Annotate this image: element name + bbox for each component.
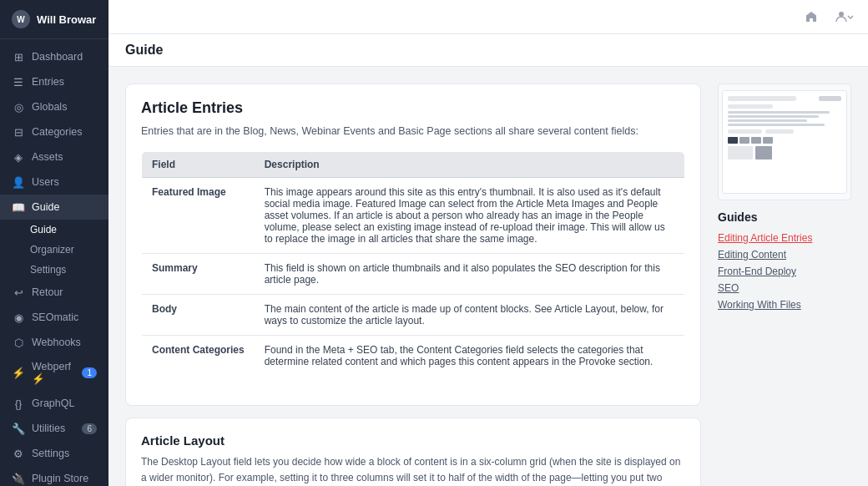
guide-link-working-with-files[interactable]: Working With Files (718, 299, 851, 311)
preview-image (718, 84, 851, 200)
subitem-label-guide: Guide (30, 224, 57, 235)
users-icon: 👤 (12, 175, 25, 189)
categories-icon: ⊟ (12, 125, 25, 139)
article-layout-para1: The Desktop Layout field lets you decide… (141, 454, 685, 486)
page-header: Guide (108, 34, 868, 67)
sidebar-label-plugin-store: Plugin Store (32, 473, 88, 484)
field-desc-cell: The main content of the article is made … (255, 294, 685, 335)
subitem-label-settings: Settings (30, 264, 66, 276)
home-icon[interactable] (800, 5, 823, 28)
section-desc: Entries that are in the Blog, News, Webi… (141, 124, 685, 139)
sidebar-label-graphql: GraphQL (32, 397, 74, 409)
field-name-cell: Featured Image (142, 177, 255, 253)
sidebar-label-webperf: Webperf ⚡ (32, 361, 75, 385)
table-row: Featured Image This image appears around… (142, 177, 685, 253)
guide-link-seo[interactable]: SEO (718, 282, 851, 294)
fields-table: Field Description Featured Image This im… (141, 151, 685, 377)
field-desc-cell: This image appears around this site as t… (255, 177, 685, 253)
sidebar-label-globals: Globals (32, 101, 67, 113)
sidebar-item-seomatic[interactable]: ◉ SEOmatic (0, 305, 108, 330)
dashboard-icon: ⊞ (12, 50, 25, 63)
sidebar-item-users[interactable]: 👤 Users (0, 170, 108, 195)
sidebar: W Will Browar ⊞ Dashboard ☰ Entries ◎ Gl… (0, 0, 108, 486)
guide-icon: 📖 (12, 200, 25, 214)
page-title: Guide (125, 43, 163, 57)
sidebar-item-dashboard[interactable]: ⊞ Dashboard (0, 44, 108, 69)
globals-icon: ◎ (12, 100, 25, 114)
guide-link-editing-article-entries[interactable]: Editing Article Entries (718, 232, 851, 244)
sidebar-item-webperf[interactable]: ⚡ Webperf ⚡ 1 (0, 355, 108, 391)
sidebar-header: W Will Browar (0, 0, 108, 39)
plugin-store-icon: 🔌 (12, 472, 25, 485)
sidebar-label-dashboard: Dashboard (32, 51, 83, 63)
guide-links: Editing Article EntriesEditing ContentFr… (718, 232, 851, 311)
guides-title: Guides (718, 210, 851, 224)
field-desc-cell: This field is shown on article thumbnail… (255, 253, 685, 294)
right-panel: Guides Editing Article EntriesEditing Co… (718, 84, 851, 469)
sidebar-item-retour[interactable]: ↩ Retour (0, 280, 108, 305)
top-bar (108, 0, 868, 34)
sidebar-label-guide: Guide (32, 201, 59, 213)
sidebar-item-assets[interactable]: ◈ Assets (0, 144, 108, 170)
col-header-description: Description (255, 151, 685, 177)
webperf-icon: ⚡ (12, 367, 25, 380)
article-layout-card: Article Layout The Desktop Layout field … (125, 418, 701, 486)
left-panel: Article Entries Entries that are in the … (125, 84, 701, 469)
guide-link-front-end-deploy[interactable]: Front-End Deploy (718, 266, 851, 277)
settings-icon: ⚙ (12, 447, 25, 460)
field-desc-cell: Found in the Meta + SEO tab, the Content… (255, 335, 685, 376)
sidebar-label-settings: Settings (32, 448, 69, 459)
table-row: Summary This field is shown on article t… (142, 253, 685, 294)
sidebar-subitem-settings[interactable]: Settings (0, 260, 108, 280)
field-name-cell: Body (142, 294, 255, 335)
user-name: Will Browar (37, 13, 96, 26)
sidebar-label-utilities: Utilities (32, 423, 65, 434)
sidebar-label-categories: Categories (32, 126, 82, 138)
sidebar-subitem-organizer[interactable]: Organizer (0, 240, 108, 260)
sidebar-item-webhooks[interactable]: ⬡ Webhooks (0, 330, 108, 355)
entries-icon: ☰ (12, 75, 25, 89)
sidebar-nav: ⊞ Dashboard ☰ Entries ◎ Globals ⊟ Catego… (0, 39, 108, 486)
table-row: Body The main content of the article is … (142, 294, 685, 335)
utilities-badge: 6 (82, 423, 97, 434)
main-content: Guide Article Entries Entries that are i… (108, 0, 868, 486)
retour-icon: ↩ (12, 286, 25, 299)
guide-link-editing-content[interactable]: Editing Content (718, 249, 851, 261)
sidebar-subitem-guide[interactable]: Guide (0, 220, 108, 240)
sidebar-item-plugin-store[interactable]: 🔌 Plugin Store (0, 466, 108, 486)
assets-icon: ◈ (12, 150, 25, 164)
sidebar-label-assets: Assets (32, 151, 63, 163)
sidebar-label-webhooks: Webhooks (32, 337, 81, 348)
sidebar-label-users: Users (32, 176, 59, 188)
webhooks-icon: ⬡ (12, 336, 25, 349)
webperf-badge: 1 (82, 367, 97, 378)
sidebar-item-settings[interactable]: ⚙ Settings (0, 441, 108, 466)
article-layout-title: Article Layout (141, 433, 685, 448)
sidebar-label-retour: Retour (32, 286, 63, 298)
sidebar-label-seomatic: SEOmatic (32, 311, 78, 323)
content-area: Article Entries Entries that are in the … (108, 67, 868, 486)
sidebar-item-globals[interactable]: ◎ Globals (0, 94, 108, 119)
svg-point-0 (839, 12, 844, 17)
field-name-cell: Summary (142, 253, 255, 294)
col-header-field: Field (142, 151, 255, 177)
subitem-label-organizer: Organizer (30, 244, 74, 256)
user-avatar: W (12, 10, 30, 28)
sidebar-item-categories[interactable]: ⊟ Categories (0, 119, 108, 144)
sidebar-item-graphql[interactable]: {} GraphQL (0, 391, 108, 416)
sidebar-item-entries[interactable]: ☰ Entries (0, 69, 108, 94)
sidebar-item-guide[interactable]: 📖 Guide (0, 195, 108, 220)
preview-inner (722, 90, 847, 194)
user-icon[interactable] (833, 5, 856, 28)
utilities-icon: 🔧 (12, 422, 25, 435)
field-name-cell: Content Categories (142, 335, 255, 376)
seomatic-icon: ◉ (12, 311, 25, 324)
table-row: Content Categories Found in the Meta + S… (142, 335, 685, 376)
section-title: Article Entries (141, 99, 685, 117)
sidebar-item-utilities[interactable]: 🔧 Utilities 6 (0, 416, 108, 441)
article-entries-card: Article Entries Entries that are in the … (125, 84, 701, 406)
graphql-icon: {} (12, 397, 25, 410)
sidebar-label-entries: Entries (32, 76, 64, 88)
